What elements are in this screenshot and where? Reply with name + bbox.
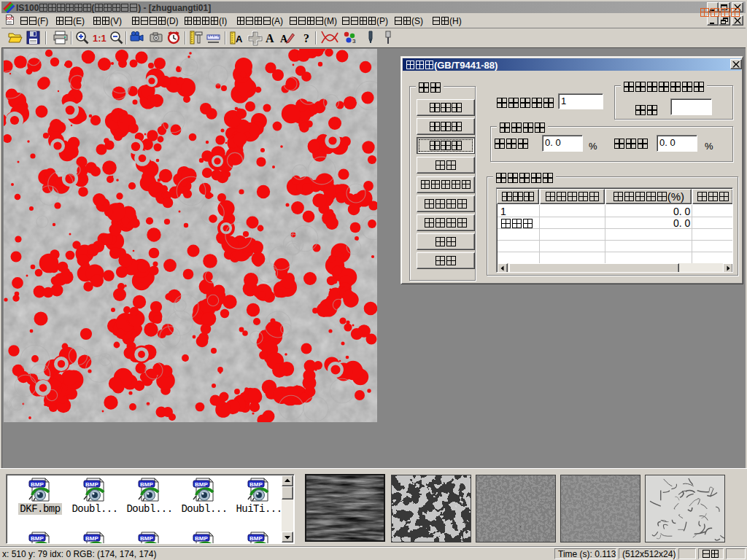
svg-text:BMP: BMP — [31, 535, 44, 542]
svg-text:BMP: BMP — [85, 481, 98, 488]
svg-text:BMP: BMP — [85, 535, 98, 542]
svg-text:BMP: BMP — [249, 535, 263, 542]
svg-text:1:1: 1:1 — [93, 33, 107, 44]
svg-text:DOC: DOC — [6, 17, 14, 20]
svg-text:BMP: BMP — [140, 481, 153, 488]
svg-text:BMP: BMP — [195, 535, 208, 542]
svg-text:BMP: BMP — [140, 535, 153, 542]
svg-text:3: 3 — [352, 38, 356, 44]
svg-text:BMP: BMP — [249, 481, 263, 488]
svg-text:A: A — [236, 34, 243, 44]
svg-text:?: ? — [303, 32, 309, 44]
svg-text:A: A — [266, 32, 274, 44]
svg-text:BMP: BMP — [195, 481, 208, 488]
svg-text:BMP: BMP — [31, 481, 44, 488]
